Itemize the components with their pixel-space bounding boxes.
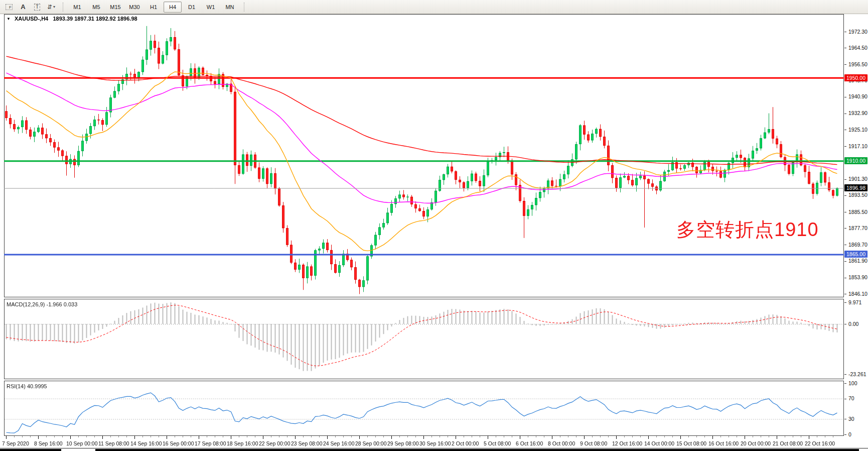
price-badge-1950.00: 1950.00 xyxy=(844,74,867,81)
line-studies-toolbar: FAT⇵▾ xyxy=(2,1,58,13)
rsi-tick xyxy=(844,383,846,384)
timeframe-button-MN[interactable]: MN xyxy=(221,2,239,13)
text-icon: A xyxy=(21,3,25,11)
price-axis-label: 1964.50 xyxy=(848,45,867,51)
price-axis-label: 1877.70 xyxy=(848,225,867,231)
date-label: 22 Oct 16:00 xyxy=(805,440,835,446)
macd-panel-canvas[interactable] xyxy=(4,299,844,379)
price-axis-label: 1917.10 xyxy=(848,143,867,149)
toolbar-grip[interactable] xyxy=(63,3,63,12)
timeframe-button-H1[interactable]: H1 xyxy=(144,2,163,13)
price-tick xyxy=(844,32,846,32)
rsi-axis-label: 70 xyxy=(848,395,854,401)
arrows-tool-button[interactable]: ⇵▾ xyxy=(44,1,58,13)
date-label: 24 Sep 16:00 xyxy=(323,440,354,446)
timeframes-toolbar: M1M5M15M30H1H4D1W1MN xyxy=(68,2,239,13)
macd-indicator-label: MACD(12,26,9) -1.966 0.033 xyxy=(7,301,77,307)
price-badge-1910.00: 1910.00 xyxy=(844,157,867,164)
macd-tick xyxy=(844,324,846,324)
date-label: 15 Oct 08:00 xyxy=(676,440,706,446)
rsi-indicator-label: RSI(14) 40.9995 xyxy=(7,383,47,389)
date-label: 16 Oct 16:00 xyxy=(708,440,739,446)
price-axis-label: 1869.70 xyxy=(848,242,867,248)
rsi-axis-label: 0 xyxy=(848,431,851,437)
fibonacci-icon: F xyxy=(6,4,13,10)
chevron-down-icon: ▾ xyxy=(53,5,55,9)
date-label: 17 Sep 08:00 xyxy=(195,440,226,446)
price-tick xyxy=(844,294,846,294)
bottom-panel-edge-right xyxy=(95,449,859,451)
price-tick xyxy=(844,212,846,212)
price-tick xyxy=(844,64,846,65)
macd-axis-label: -23.261 xyxy=(848,371,866,377)
macd-tick xyxy=(844,374,846,375)
price-tick xyxy=(844,195,846,196)
price-tick xyxy=(844,146,846,147)
date-label: 21 Oct 08:00 xyxy=(773,440,803,446)
timeframe-button-M5[interactable]: M5 xyxy=(87,2,105,13)
date-label: 6 Oct 16:00 xyxy=(516,440,543,446)
price-axis-label: 1901.30 xyxy=(848,176,867,182)
timeframe-button-D1[interactable]: D1 xyxy=(183,2,201,13)
date-label: 14 Sep 16:00 xyxy=(130,440,162,446)
rsi-axis-label: 100 xyxy=(848,380,857,386)
chart-text-annotation[interactable]: 多空转折点1910 xyxy=(676,217,819,243)
date-label: 29 Sep 08:00 xyxy=(387,440,418,446)
symbol-period-label: XAUUSD-,H4 xyxy=(15,16,48,22)
timeframe-button-M30[interactable]: M30 xyxy=(125,2,143,13)
timeframe-button-M1[interactable]: M1 xyxy=(68,2,86,13)
rsi-tick xyxy=(844,434,846,435)
date-label: 22 Sep 00:00 xyxy=(259,440,290,446)
bottom-divider xyxy=(0,448,868,448)
one-click-collapse-icon[interactable]: ▼ xyxy=(7,17,11,21)
date-label: 8 Sep 16:00 xyxy=(34,440,63,446)
timeframe-button-W1[interactable]: W1 xyxy=(202,2,220,13)
text-tool-button[interactable]: A xyxy=(16,1,30,13)
date-label: 28 Sep 00:00 xyxy=(355,440,386,446)
date-label: 23 Sep 08:00 xyxy=(291,440,322,446)
main-chart-canvas[interactable] xyxy=(4,14,844,297)
date-label: 10 Sep 00:00 xyxy=(66,440,97,446)
price-axis-label: 1893.50 xyxy=(848,192,867,198)
price-badge-1865.00: 1865.00 xyxy=(844,251,867,258)
ohlc-values: 1893.39 1897.31 1892.92 1896.98 xyxy=(53,16,137,22)
price-axis-label: 1846.10 xyxy=(848,291,867,297)
price-axis-label: 1861.90 xyxy=(848,258,867,264)
date-label: 5 Oct 08:00 xyxy=(484,440,511,446)
price-tick xyxy=(844,261,846,262)
macd-axis-label: 9.971 xyxy=(848,299,861,305)
price-axis-label: 1925.10 xyxy=(848,127,867,133)
price-tick xyxy=(844,245,846,245)
date-label: 30 Sep 16:00 xyxy=(419,440,451,446)
date-label: 14 Oct 00:00 xyxy=(644,440,674,446)
toolbar-grip-end[interactable] xyxy=(244,3,244,12)
chart-ohlc-title: ▼ XAUUSD-,H4 1893.39 1897.31 1892.92 189… xyxy=(7,16,137,22)
date-label: 2 Oct 00:00 xyxy=(452,440,479,446)
price-tick xyxy=(844,228,846,229)
price-tick xyxy=(844,278,846,278)
rsi-tick xyxy=(844,399,846,399)
price-axis-label: 1940.90 xyxy=(848,93,867,99)
label-icon: T xyxy=(34,4,40,11)
price-tick xyxy=(844,130,846,130)
timeframe-button-H4[interactable]: H4 xyxy=(164,2,182,13)
rsi-current-value: 40.9995 xyxy=(27,383,47,389)
date-label: 11 Sep 08:00 xyxy=(98,440,129,446)
rsi-tick xyxy=(844,419,846,419)
price-axis-label: 1932.90 xyxy=(848,110,867,116)
date-label: 16 Sep 00:00 xyxy=(163,440,194,446)
price-badge-1896.98: 1896.98 xyxy=(844,184,867,191)
price-axis-label: 1956.50 xyxy=(848,61,867,67)
mt4-window: FAT⇵▾ M1M5M15M30H1H4D1W1MN ▼ XAUUSD-,H4 … xyxy=(0,0,868,451)
price-axis-label: 1885.50 xyxy=(848,209,867,215)
price-axis-label: 1972.30 xyxy=(848,29,867,35)
macd-tick xyxy=(844,302,846,303)
fibonacci-tool-button[interactable]: F xyxy=(2,1,16,13)
timeframe-button-M15[interactable]: M15 xyxy=(106,2,124,13)
price-tick xyxy=(844,114,846,114)
price-tick xyxy=(844,179,846,180)
macd-current-values: -1.966 0.033 xyxy=(46,301,77,307)
date-label: 20 Oct 00:00 xyxy=(741,440,771,446)
label-tool-button[interactable]: T xyxy=(30,1,44,13)
rsi-panel-canvas[interactable] xyxy=(4,381,844,436)
